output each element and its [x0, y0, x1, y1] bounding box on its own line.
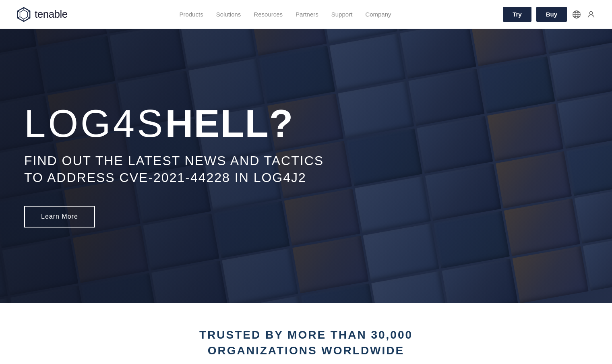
trusted-line2: ORGANIZATIONS WORLDWIDE [208, 344, 404, 357]
trusted-title: TRUSTED BY MORE THAN 30,000 ORGANIZATION… [16, 327, 596, 358]
hero-title: LOG4SHELL? [24, 104, 338, 143]
header: tenable Products Solutions Resources Par… [0, 0, 612, 29]
hero-title-part2: HELL? [165, 102, 294, 145]
globe-icon[interactable] [572, 10, 581, 19]
user-icon[interactable] [586, 10, 596, 19]
nav-resources[interactable]: Resources [254, 11, 283, 18]
trusted-section: TRUSTED BY MORE THAN 30,000 ORGANIZATION… [0, 303, 612, 364]
nav-company[interactable]: Company [365, 11, 391, 18]
logo-text: tenable [35, 8, 68, 21]
main-nav: Products Solutions Resources Partners Su… [179, 11, 391, 18]
buy-button[interactable]: Buy [536, 7, 567, 22]
nav-partners[interactable]: Partners [296, 11, 318, 18]
hero-content: LOG4SHELL? FIND OUT THE LATEST NEWS AND … [0, 104, 362, 227]
try-button[interactable]: Try [503, 7, 531, 22]
svg-marker-1 [20, 10, 28, 19]
header-actions: Try Buy [503, 7, 596, 22]
logo[interactable]: tenable [16, 7, 68, 22]
svg-point-13 [589, 11, 592, 14]
nav-support[interactable]: Support [331, 11, 353, 18]
nav-products[interactable]: Products [179, 11, 203, 18]
nav-solutions[interactable]: Solutions [216, 11, 241, 18]
trusted-line1: TRUSTED BY MORE THAN 30,000 [199, 329, 413, 341]
tenable-logo-icon [16, 7, 31, 22]
learn-more-button[interactable]: Learn More [24, 206, 95, 228]
hero-title-part1: LOG4S [24, 102, 165, 145]
hero-subtitle: FIND OUT THE LATEST NEWS AND TACTICS TO … [24, 153, 338, 186]
hero-section: LOG4SHELL? FIND OUT THE LATEST NEWS AND … [0, 29, 612, 303]
